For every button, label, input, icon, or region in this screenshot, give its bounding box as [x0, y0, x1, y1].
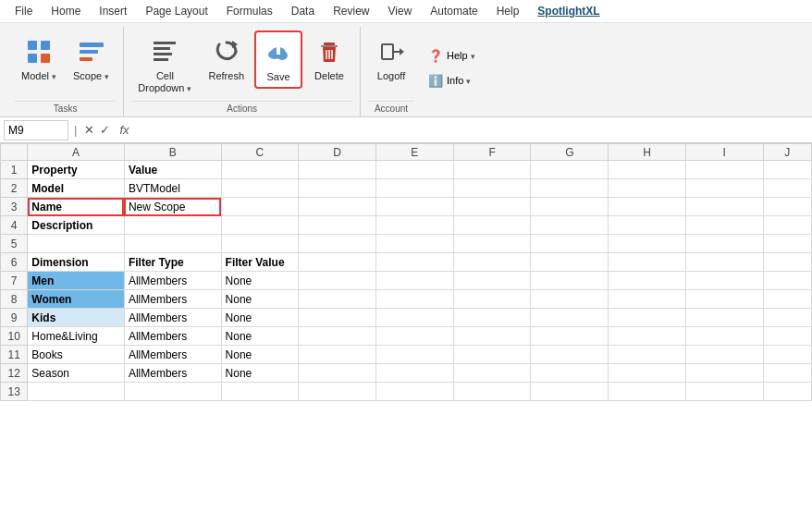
- cell-r8c8[interactable]: [609, 290, 686, 309]
- cell-r6c7[interactable]: [531, 253, 609, 272]
- cell-r2c7[interactable]: [531, 179, 609, 198]
- cell-r8c6[interactable]: [453, 290, 531, 309]
- confirm-formula-icon[interactable]: ✓: [98, 122, 112, 138]
- cell-r7c2[interactable]: AllMembers: [124, 272, 221, 290]
- cell-r2c3[interactable]: [221, 179, 299, 198]
- menu-review[interactable]: Review: [326, 2, 376, 20]
- cell-r8c3[interactable]: None: [221, 290, 299, 309]
- model-button[interactable]: Model ▾: [15, 30, 63, 87]
- cell-r6c4[interactable]: [299, 253, 376, 272]
- cell-r6c6[interactable]: [453, 253, 531, 272]
- cell-r2c10[interactable]: [763, 179, 811, 198]
- cell-r12c4[interactable]: [299, 364, 376, 383]
- row-header-1[interactable]: 1: [1, 161, 28, 179]
- cell-r10c5[interactable]: [376, 327, 454, 346]
- col-header-i[interactable]: I: [685, 144, 763, 161]
- cell-r9c9[interactable]: [685, 309, 763, 327]
- cell-r5c3[interactable]: [221, 235, 299, 253]
- cell-r13c4[interactable]: [299, 383, 376, 401]
- menu-automate[interactable]: Automate: [423, 2, 485, 20]
- cell-r9c8[interactable]: [609, 309, 686, 327]
- cell-r4c4[interactable]: [299, 216, 376, 235]
- cell-r4c5[interactable]: [376, 216, 454, 235]
- cell-r3c4[interactable]: [299, 198, 376, 216]
- cell-r3c3[interactable]: [221, 198, 299, 216]
- cell-r5c1[interactable]: [28, 235, 125, 253]
- cell-r2c2[interactable]: BVTModel: [124, 179, 221, 198]
- logoff-button[interactable]: Logoff: [368, 30, 414, 87]
- row-header-5[interactable]: 5: [1, 235, 28, 253]
- cell-r13c2[interactable]: [124, 383, 221, 401]
- cell-r6c10[interactable]: [763, 253, 811, 272]
- cell-r8c4[interactable]: [299, 290, 376, 309]
- cell-r9c4[interactable]: [299, 309, 376, 327]
- cell-r1c3[interactable]: [221, 161, 299, 179]
- menu-data[interactable]: Data: [284, 2, 322, 20]
- menu-page-layout[interactable]: Page Layout: [138, 2, 215, 20]
- cell-r12c3[interactable]: None: [221, 364, 299, 383]
- cell-r5c10[interactable]: [763, 235, 811, 253]
- cell-r11c4[interactable]: [299, 346, 376, 364]
- cell-r8c2[interactable]: AllMembers: [124, 290, 221, 309]
- row-header-7[interactable]: 7: [1, 272, 28, 290]
- cell-r1c10[interactable]: [763, 161, 811, 179]
- menu-help[interactable]: Help: [489, 2, 527, 20]
- row-header-3[interactable]: 3: [1, 198, 28, 216]
- cell-r6c8[interactable]: [609, 253, 686, 272]
- cell-r1c4[interactable]: [299, 161, 376, 179]
- cell-r11c3[interactable]: None: [221, 346, 299, 364]
- cell-r3c2[interactable]: New Scope: [124, 198, 221, 216]
- cell-r11c9[interactable]: [685, 346, 763, 364]
- col-header-e[interactable]: E: [376, 144, 454, 161]
- col-header-a[interactable]: A: [28, 144, 125, 161]
- cell-r13c7[interactable]: [531, 383, 609, 401]
- cell-r4c1[interactable]: Description: [28, 216, 125, 235]
- cell-r8c7[interactable]: [531, 290, 609, 309]
- cell-r12c2[interactable]: AllMembers: [124, 364, 221, 383]
- cell-r2c8[interactable]: [609, 179, 686, 198]
- cell-r3c5[interactable]: [376, 198, 454, 216]
- col-header-f[interactable]: F: [453, 144, 531, 161]
- cell-r13c1[interactable]: [28, 383, 125, 401]
- cell-r1c6[interactable]: [453, 161, 531, 179]
- cell-r9c3[interactable]: None: [221, 309, 299, 327]
- cell-r13c10[interactable]: [763, 383, 811, 401]
- row-header-11[interactable]: 11: [1, 346, 28, 364]
- menu-file[interactable]: File: [7, 2, 40, 20]
- cell-r4c8[interactable]: [609, 216, 686, 235]
- cell-r13c8[interactable]: [609, 383, 686, 401]
- row-header-12[interactable]: 12: [1, 364, 28, 383]
- col-header-g[interactable]: G: [531, 144, 609, 161]
- cell-r7c7[interactable]: [531, 272, 609, 290]
- cell-r6c3[interactable]: Filter Value: [221, 253, 299, 272]
- cell-r1c8[interactable]: [609, 161, 686, 179]
- cell-r6c1[interactable]: Dimension: [28, 253, 125, 272]
- cell-r7c9[interactable]: [685, 272, 763, 290]
- info-button[interactable]: ℹ️ Info ▾: [422, 71, 482, 91]
- row-header-6[interactable]: 6: [1, 253, 28, 272]
- cell-r5c6[interactable]: [453, 235, 531, 253]
- cell-r8c5[interactable]: [376, 290, 454, 309]
- cell-r11c10[interactable]: [763, 346, 811, 364]
- row-header-2[interactable]: 2: [1, 179, 28, 198]
- cell-r13c3[interactable]: [221, 383, 299, 401]
- cell-r4c3[interactable]: [221, 216, 299, 235]
- cell-r9c6[interactable]: [453, 309, 531, 327]
- col-header-j[interactable]: J: [763, 144, 811, 161]
- cell-r7c8[interactable]: [609, 272, 686, 290]
- cell-r1c5[interactable]: [376, 161, 454, 179]
- cell-r3c1[interactable]: Name: [28, 198, 125, 216]
- menu-formulas[interactable]: Formulas: [219, 2, 280, 20]
- cell-r5c7[interactable]: [531, 235, 609, 253]
- cell-r8c1[interactable]: Women: [28, 290, 125, 309]
- menu-home[interactable]: Home: [43, 2, 88, 20]
- menu-spotlightxl[interactable]: SpotlightXL: [530, 2, 607, 20]
- cell-r7c10[interactable]: [763, 272, 811, 290]
- cell-r9c5[interactable]: [376, 309, 454, 327]
- cell-r7c1[interactable]: Men: [28, 272, 125, 290]
- cell-r8c10[interactable]: [763, 290, 811, 309]
- cell-r5c4[interactable]: [299, 235, 376, 253]
- cell-r5c8[interactable]: [609, 235, 686, 253]
- cell-r2c4[interactable]: [299, 179, 376, 198]
- cell-r4c6[interactable]: [453, 216, 531, 235]
